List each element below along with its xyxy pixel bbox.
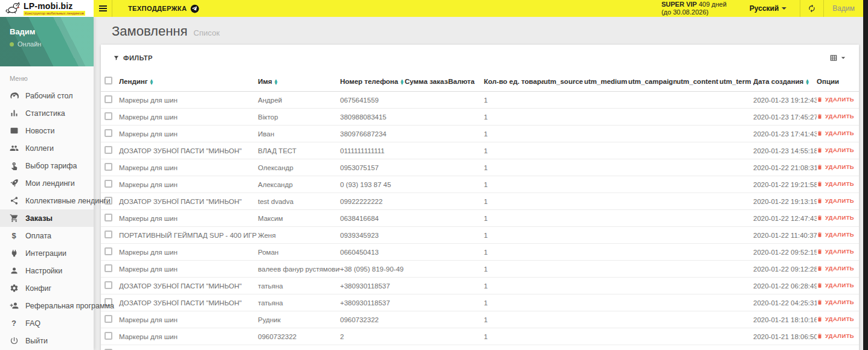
cell-utm-campaign [628,109,677,126]
cell-sum [405,261,448,278]
row-checkbox[interactable] [104,264,112,272]
sort-icon[interactable]: ▲▼ [806,78,809,84]
sidebar-item-collective-landings[interactable]: Коллективные лендинги [0,192,94,209]
cell-utm-term [719,244,753,261]
brand-logo[interactable]: LP-mobi.biz Конструктор мобильных лендин… [0,0,94,17]
sidebar-item-statistics[interactable]: Статистика [0,104,94,122]
row-checkbox[interactable] [104,214,112,221]
cell-name: Роман [258,244,340,261]
delete-button[interactable]: УДАЛИТЬ [817,248,854,255]
sidebar-item-integrations[interactable]: Интеграции [0,244,94,262]
row-checkbox[interactable] [104,247,112,255]
delete-button[interactable]: УДАЛИТЬ [817,265,854,272]
sort-icon[interactable]: ▲▼ [150,78,153,84]
column-visibility-button[interactable] [829,54,846,62]
cell-name: Андрей [258,92,340,109]
user-icon [9,266,19,276]
delete-button[interactable]: УДАЛИТЬ [817,130,854,136]
table-header-row: Лендинг▲▼Имя▲▼Номер телефона▲▼Сумма зака… [101,71,859,92]
cell-utm-campaign [628,126,677,142]
support-label: ТЕХПОДДЕРЖКА [128,5,187,12]
column-header-created[interactable]: Дата создания▲▼ [753,71,817,92]
cell-landing: Маркеры для шин [119,126,258,142]
row-checkbox[interactable] [104,163,112,171]
cell-utm-term [719,294,753,311]
row-checkbox[interactable] [104,95,112,103]
refresh-button[interactable] [800,0,823,17]
cell-utm-source [544,328,584,345]
delete-button[interactable]: УДАЛИТЬ [817,282,854,288]
delete-button[interactable]: УДАЛИТЬ [817,231,854,238]
cell-landing: Маркеры для шин [119,159,258,176]
sidebar-item-tariff[interactable]: Выбор тарифа [0,157,94,174]
sidebar-item-label: Выбор тарифа [25,162,77,170]
delete-button[interactable]: УДАЛИТЬ [817,113,854,119]
delete-button[interactable]: УДАЛИТЬ [817,180,854,187]
cell-utm-content [677,244,719,261]
filter-button[interactable]: ФИЛЬТР [113,54,153,62]
cell-qty: 1 [484,109,544,126]
support-button[interactable]: ТЕХПОДДЕРЖКА [128,4,199,13]
cell-currency [448,311,484,328]
row-checkbox[interactable] [104,281,112,289]
sidebar-item-config[interactable]: Конфиг [0,279,94,297]
sort-icon[interactable]: ▲▼ [274,78,277,84]
sidebar-item-orders[interactable]: Заказы [0,209,94,227]
row-checkbox[interactable] [104,112,112,120]
sidebar-item-label: Настройки [25,267,62,275]
cell-utm-medium [584,193,628,210]
sidebar-item-settings[interactable]: Настройки [0,262,94,279]
sidebar-item-colleagues[interactable]: Коллеги [0,139,94,157]
cell-currency [448,278,484,294]
cell-created: 2020-01-22 09:52:15 [753,244,817,261]
cell-landing: Маркеры для шин [119,261,258,278]
select-all-checkbox[interactable] [104,77,112,84]
plan-name: SUPER VIP [661,1,697,8]
row-checkbox[interactable] [104,231,112,238]
sidebar-item-referral[interactable]: Реферальная программа [0,297,94,314]
delete-button[interactable]: УДАЛИТЬ [817,214,854,221]
cell-utm-campaign [628,176,677,193]
row-checkbox[interactable] [104,129,112,137]
column-header-name[interactable]: Имя▲▼ [258,71,340,92]
cell-qty: 1 [484,311,544,328]
hamburger-menu-icon[interactable] [94,0,112,17]
language-selector[interactable]: Русский [750,4,787,13]
cell-utm-content [677,311,719,328]
delete-button[interactable]: УДАЛИТЬ [817,96,854,103]
cell-utm-term [719,345,753,350]
cell-landing: ДОЗАТОР ЗУБНОЇ ПАСТИ "МИНЬОН" [119,193,258,210]
sidebar-item-faq[interactable]: ? FAQ [0,314,94,332]
delete-button[interactable]: УДАЛИТЬ [817,332,854,339]
sidebar-item-dashboard[interactable]: Рабочий стол [0,87,94,104]
delete-button[interactable]: УДАЛИТЬ [817,299,854,305]
cell-utm-medium [584,210,628,227]
cell-phone: +38 (095) 819-90-49 [340,261,405,278]
row-checkbox[interactable] [104,180,112,188]
delete-button[interactable]: УДАЛИТЬ [817,164,854,170]
row-checkbox[interactable] [104,146,112,154]
column-header-phone[interactable]: Номер телефона▲▼ [340,71,405,92]
delete-button[interactable]: УДАЛИТЬ [817,197,854,204]
row-checkbox[interactable] [104,332,112,340]
trash-icon [817,97,823,103]
cell-qty: 1 [484,244,544,261]
filter-label: ФИЛЬТР [123,54,153,62]
sidebar-item-logout[interactable]: Выйти [0,332,94,349]
delete-button[interactable]: УДАЛИТЬ [817,316,854,322]
sidebar-item-my-landings[interactable]: Мои лендинги [0,174,94,192]
cell-phone: +380930118537 [340,278,405,294]
page-scrollbar[interactable] [863,0,868,350]
column-header-landing[interactable]: Лендинг▲▼ [119,71,258,92]
cell-utm-source [544,261,584,278]
sort-icon[interactable]: ▲▼ [400,78,403,84]
cell-utm-term [719,109,753,126]
sidebar-item-news[interactable]: Новости [0,122,94,139]
sidebar-item-payment[interactable]: $ Оплата [0,227,94,244]
delete-button[interactable]: УДАЛИТЬ [817,147,854,153]
topbar-username[interactable]: Вадим [824,4,863,13]
row-checkbox[interactable] [104,315,112,323]
user-plus-icon [9,301,19,311]
table-row: Маркеры для шин Віктор 380988083415 1 20… [101,109,859,126]
column-header-utm_term: utm_term [719,71,753,92]
